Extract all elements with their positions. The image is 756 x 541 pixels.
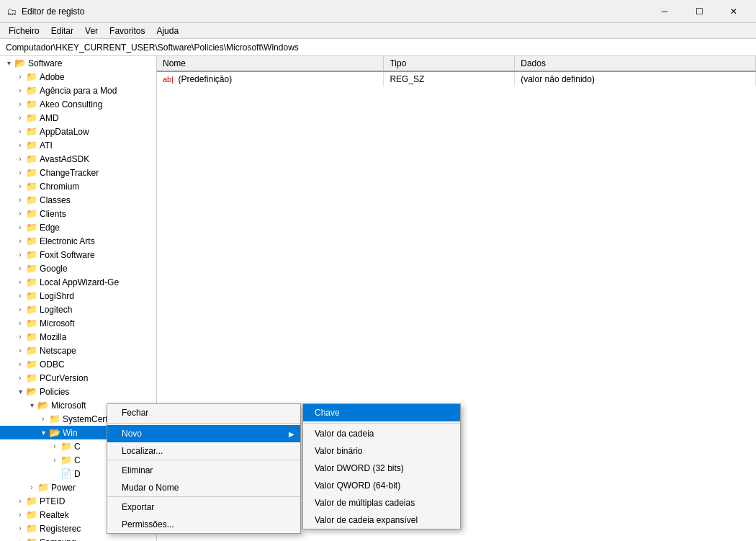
registry-table: Nome Tipo Dados ab| (Predefinição) REG_S… — [157, 56, 756, 86]
tree-item-foxitsoftware[interactable]: › 📁 Foxit Software — [0, 248, 156, 261]
minimize-button[interactable]: ─ — [648, 0, 681, 23]
tree-item-changetracker[interactable]: › 📁 ChangeTracker — [0, 166, 156, 179]
folder-icon-foxitsoftware: 📁 — [26, 249, 37, 260]
folder-icon-microsoft2: 📂 — [37, 400, 49, 411]
folder-icon-windows: 📂 — [49, 427, 60, 438]
cell-data: (valor não definido) — [515, 71, 756, 86]
tree-item-software[interactable]: ▾ 📂 Software — [0, 56, 156, 70]
menu-ajuda[interactable]: Ajuda — [150, 24, 184, 37]
tree-item-google[interactable]: › 📁 Google — [0, 261, 156, 275]
title-bar: 🗂 Editor de registo ─ ☐ ✕ — [0, 0, 756, 23]
arrow-adobe: › — [14, 73, 26, 81]
ctx-novo[interactable]: Novo ▶ — [107, 425, 300, 442]
submenu-val-multi[interactable]: Valor de múltiplas cadeias — [303, 494, 460, 511]
tree-item-classes[interactable]: › 📁 Classes — [0, 193, 156, 207]
ctx-fechar[interactable]: Fechar — [107, 404, 300, 421]
arrow-appdatalow: › — [14, 128, 26, 135]
label-chromium: Chromium — [40, 182, 79, 192]
tree-item-odbc[interactable]: › 📁 ODBC — [0, 357, 156, 371]
tree-item-agencia[interactable]: › 📁 Agência para a Mod — [0, 84, 156, 97]
submenu-val-qword[interactable]: Valor QWORD (64-bit) — [303, 477, 460, 494]
ctx-novo-arrow: ▶ — [289, 430, 294, 438]
folder-icon-child2: 📁 — [60, 455, 72, 465]
tree-item-ati[interactable]: › 📁 ATI — [0, 138, 156, 152]
label-child3: D — [74, 469, 81, 479]
label-child2: C — [74, 455, 81, 465]
label-microsoft2: Microsoft — [51, 401, 86, 411]
arrow-agencia: › — [14, 86, 26, 94]
table-row[interactable]: ab| (Predefinição) REG_SZ (valor não def… — [157, 71, 756, 86]
context-menu[interactable]: Fechar Novo ▶ Localizar... Eliminar Muda… — [107, 403, 301, 534]
tree-item-appdatalow[interactable]: › 📁 AppDataLow — [0, 125, 156, 138]
arrow-clients: › — [14, 210, 26, 218]
ctx-exportar[interactable]: Exportar — [107, 498, 300, 516]
arrow-registered: › — [14, 524, 26, 532]
submenu-val-cadeia[interactable]: Valor da cadeia — [303, 425, 460, 442]
folder-icon-samsung: 📁 — [26, 537, 37, 541]
window-title: Editor de registo — [22, 6, 648, 17]
submenu[interactable]: Chave Valor da cadeia Valor binário Valo… — [302, 403, 461, 529]
menu-ver[interactable]: Ver — [79, 24, 104, 37]
arrow-classes: › — [14, 196, 26, 204]
tree-item-logitech[interactable]: › 📁 Logitech — [0, 303, 156, 316]
ctx-eliminar[interactable]: Eliminar — [107, 462, 300, 479]
menu-favoritos[interactable]: Favoritos — [104, 24, 150, 37]
ctx-permissoes[interactable]: Permissões... — [107, 516, 300, 533]
label-registered: Registerec — [40, 524, 81, 534]
tree-item-pcurversion[interactable]: › 📁 PCurVersion — [0, 371, 156, 385]
tree-item-electronicarts[interactable]: › 📁 Electronic Arts — [0, 234, 156, 248]
folder-icon-akeo: 📁 — [26, 99, 37, 109]
tree-item-mozilla[interactable]: › 📁 Mozilla — [0, 330, 156, 344]
arrow-pcurversion: › — [14, 374, 26, 382]
tree-item-chromium[interactable]: › 📁 Chromium — [0, 179, 156, 193]
tree-item-localappwizard[interactable]: › 📁 Local AppWizard-Ge — [0, 275, 156, 289]
folder-icon-edge: 📁 — [26, 222, 37, 233]
submenu-val-exp[interactable]: Valor de cadeia expansível — [303, 511, 460, 529]
tree-item-netscape[interactable]: › 📁 Netscape — [0, 344, 156, 357]
submenu-chave[interactable]: Chave — [303, 404, 460, 421]
arrow-software: ▾ — [3, 59, 14, 67]
ctx-mudar[interactable]: Mudar o Nome — [107, 479, 300, 497]
folder-icon-odbc: 📁 — [26, 359, 37, 370]
arrow-mozilla: › — [14, 333, 26, 341]
label-localappwizard: Local AppWizard-Ge — [40, 277, 119, 287]
col-dados: Dados — [515, 56, 756, 71]
label-changetracker: ChangeTracker — [40, 168, 99, 178]
submenu-val-binario[interactable]: Valor binário — [303, 442, 460, 460]
submenu-divider — [303, 423, 460, 424]
folder-icon-mozilla: 📁 — [26, 331, 37, 342]
tree-item-avastadsdk[interactable]: › 📁 AvastAdSDK — [0, 152, 156, 166]
arrow-ati: › — [14, 141, 26, 149]
label-netscape: Netscape — [40, 346, 76, 356]
tree-item-logishrd[interactable]: › 📁 LogiShrd — [0, 289, 156, 303]
arrow-microsoft: › — [14, 319, 26, 327]
tree-item-policies[interactable]: ▾ 📂 Policies — [0, 385, 156, 398]
menu-ficheiro[interactable]: Ficheiro — [3, 24, 45, 37]
menu-bar: Ficheiro Editar Ver Favoritos Ajuda — [0, 23, 756, 39]
folder-icon-policies: 📂 — [26, 386, 37, 397]
folder-icon-appdatalow: 📁 — [26, 126, 37, 137]
tree-item-samsung[interactable]: › 📁 Samsung — [0, 535, 156, 541]
menu-editar[interactable]: Editar — [45, 24, 79, 37]
tree-item-adobe[interactable]: › 📁 Adobe — [0, 70, 156, 84]
ctx-localizar[interactable]: Localizar... — [107, 442, 300, 460]
arrow-electronicarts: › — [14, 237, 26, 245]
tree-item-amd[interactable]: › 📁 AMD — [0, 111, 156, 125]
label-microsoft: Microsoft — [40, 318, 75, 328]
folder-icon-amd: 📁 — [26, 112, 37, 123]
arrow-realtek: › — [14, 511, 26, 519]
folder-icon-localappwizard: 📁 — [26, 277, 37, 287]
maximize-button[interactable]: ☐ — [683, 0, 716, 23]
tree-item-akeo[interactable]: › 📁 Akeo Consulting — [0, 97, 156, 111]
address-text: Computador\HKEY_CURRENT_USER\Software\Po… — [6, 43, 299, 53]
label-pteid: PTEID — [40, 496, 65, 506]
tree-item-clients[interactable]: › 📁 Clients — [0, 207, 156, 220]
close-button[interactable]: ✕ — [717, 0, 750, 23]
cell-name-value: (Predefinição) — [178, 74, 232, 84]
tree-item-edge[interactable]: › 📁 Edge — [0, 220, 156, 234]
label-software: Software — [28, 58, 62, 68]
submenu-val-dword[interactable]: Valor DWORD (32 bits) — [303, 460, 460, 477]
label-child1: C — [74, 442, 81, 452]
label-clients: Clients — [40, 209, 66, 219]
tree-item-microsoft[interactable]: › 📁 Microsoft — [0, 316, 156, 330]
